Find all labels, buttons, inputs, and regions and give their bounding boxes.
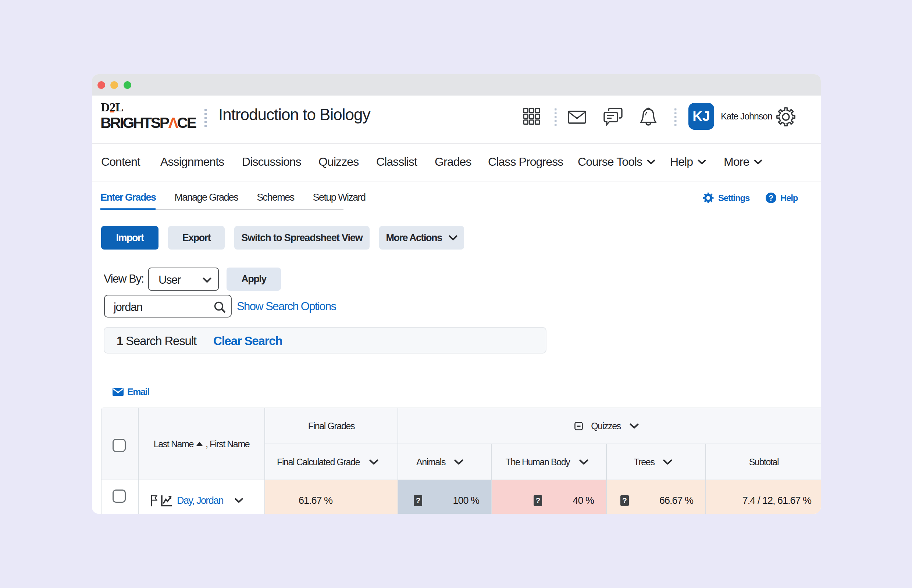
svg-text:?: ?: [769, 194, 773, 202]
